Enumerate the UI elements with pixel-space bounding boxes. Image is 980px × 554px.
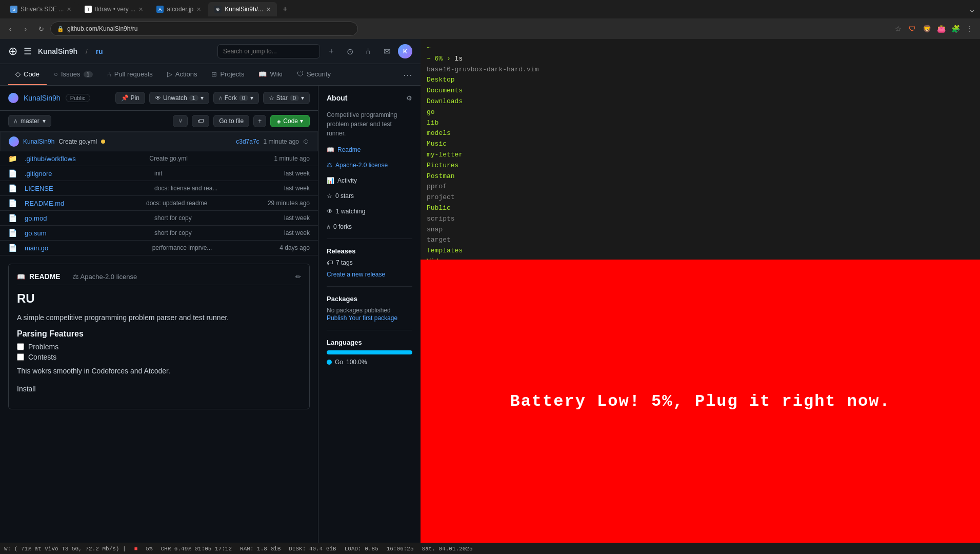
branch-graph-button[interactable]: ⑂ (173, 115, 188, 127)
commit-sha[interactable]: c3d7a7c (236, 138, 259, 145)
history-button[interactable]: ⏲ (303, 138, 309, 145)
repo-nav-more-button[interactable]: ⋯ (403, 69, 412, 81)
new-tab-button[interactable]: + (278, 2, 292, 16)
file-name-readme[interactable]: README.md (25, 200, 142, 207)
readme-title-text: RU (17, 291, 301, 306)
readme-description: A simple competitive programming problem… (17, 312, 301, 323)
settings-icon[interactable]: ⋮ (964, 23, 976, 35)
tab-close-strivers[interactable]: ✕ (67, 6, 71, 13)
gh-search-input[interactable] (217, 44, 320, 58)
file-name-github-workflows[interactable]: .github/workflows (25, 155, 145, 163)
extension-icon[interactable]: 🧩 (949, 23, 962, 35)
file-actions: ⑂ 🏷 Go to file + ◈ Code (173, 115, 310, 127)
about-stars-row: ☆ 0 stars (327, 192, 412, 200)
problems-checkbox[interactable] (17, 343, 24, 350)
about-license-link[interactable]: ⚖ Apache-2.0 license (327, 162, 412, 169)
graph-icon: ⑂ (178, 117, 182, 125)
gh-plus-button[interactable]: + (324, 44, 338, 58)
book-icon: 📖 (17, 273, 25, 281)
repo-nav-projects-label: Projects (220, 70, 244, 78)
contests-label: Contests (28, 353, 56, 361)
tab-menu-button[interactable]: ⌄ (968, 4, 976, 15)
branch-selector[interactable]: ⑃ master ▾ (8, 115, 51, 127)
gh-inbox-button[interactable]: ✉ (379, 44, 394, 58)
commit-message: Create go.yml (58, 138, 97, 145)
license-link-icon: ⚖ (327, 162, 332, 169)
star-button[interactable]: ☆ Star 0 ▾ (263, 92, 310, 104)
repo-nav-wiki[interactable]: 📖 Wiki (251, 64, 290, 85)
address-bar[interactable]: 🔒 github.com/KunalSin9h/ru (50, 22, 358, 36)
tab-close-atcoder[interactable]: ✕ (196, 6, 201, 13)
fork-chevron[interactable]: ▾ (250, 94, 253, 102)
code-chevron-icon: ◈ (277, 118, 281, 124)
forward-button[interactable]: › (19, 23, 32, 35)
gh-issues-button[interactable]: ⊙ (343, 44, 357, 58)
contests-checkbox[interactable] (17, 353, 24, 361)
tab-tldraw[interactable]: T tldraw • very ... ✕ (78, 2, 149, 16)
tab-github[interactable]: ⊕ KunalSin9h/... ✕ (208, 2, 277, 16)
tab-close-tldraw[interactable]: ✕ (138, 6, 143, 13)
github-logo[interactable]: ⊕ (8, 45, 17, 58)
commit-username[interactable]: KunalSin9h (23, 138, 54, 145)
gh-reponame[interactable]: ru (96, 47, 103, 55)
readme-parsing-features: Parsing Features (17, 329, 301, 339)
file-commit-readme: docs: updated readme (146, 200, 264, 207)
repo-owner-label[interactable]: KunalSin9h (24, 94, 61, 102)
goto-file-button[interactable]: Go to file (213, 115, 249, 127)
repo-nav-code[interactable]: ◇ Code (8, 64, 47, 85)
about-settings-icon[interactable]: ⚙ (406, 94, 412, 102)
about-activity-link[interactable]: 📊 Activity (327, 177, 412, 184)
repo-nav-actions[interactable]: ▷ Actions (160, 64, 205, 85)
tab-strivers[interactable]: S Striver's SDE ... ✕ (4, 2, 77, 16)
bookmark-icon[interactable]: ☆ (892, 23, 904, 35)
repo-nav-issues[interactable]: ○ Issues 1 (47, 64, 100, 85)
readme-license-link[interactable]: ⚖ Apache-2.0 license (73, 273, 137, 281)
term-line-desktop: Desktop (427, 75, 974, 86)
language-bar (327, 350, 412, 354)
file-row-gitignore: 📄 .gitignore init last week (0, 166, 318, 181)
gh-pr-button[interactable]: ⑃ (361, 44, 375, 58)
fork-button[interactable]: ⑃ Fork 0 ▾ (213, 92, 259, 104)
tags-button[interactable]: 🏷 (192, 115, 209, 127)
status-ram: RAM: 1.8 GiB (240, 546, 281, 552)
hamburger-icon[interactable]: ☰ (24, 46, 32, 57)
brave-icon[interactable]: 🦁 (921, 23, 933, 35)
pr-icon: ⑃ (107, 70, 111, 78)
file-commit-gosum: short for copy (154, 229, 280, 236)
tab-atcoder[interactable]: A atcoder.jp ✕ (150, 2, 207, 16)
status-time: 16:06:25 (387, 546, 414, 552)
releases-tags[interactable]: 🏷 7 tags (327, 259, 412, 266)
add-file-button[interactable]: + (253, 115, 266, 127)
wallet-icon[interactable]: 👛 (935, 23, 947, 35)
battery-alert-text: Battery Low! 5%, Plug it right now. (510, 392, 890, 411)
file-name-license[interactable]: LICENSE (25, 185, 150, 192)
gh-username[interactable]: KunalSin9h (38, 47, 77, 55)
repo-nav-prs[interactable]: ⑃ Pull requests (100, 64, 160, 85)
about-readme-link[interactable]: 📖 Readme (327, 146, 412, 153)
unwatch-chevron[interactable]: ▾ (201, 94, 204, 102)
term-tilde: ~ (427, 44, 431, 52)
file-name-gosum[interactable]: go.sum (25, 229, 150, 237)
repo-nav-security[interactable]: 🛡 Security (290, 64, 338, 85)
unwatch-button[interactable]: 👁 Unwatch 1 ▾ (149, 92, 209, 104)
readme-edit-button[interactable]: ✏ (295, 273, 301, 281)
gh-avatar[interactable]: K (398, 44, 412, 58)
shield-icon[interactable]: 🛡 (906, 23, 918, 35)
pin-button[interactable]: 📌 Pin (115, 92, 145, 104)
back-button[interactable]: ‹ (4, 23, 16, 35)
tab-favicon-github: ⊕ (214, 6, 222, 13)
code-dropdown-button[interactable]: ◈ Code ▾ (270, 115, 310, 127)
tab-close-github[interactable]: ✕ (266, 6, 271, 13)
eye-icon: 👁 (155, 94, 161, 102)
readme-tab-label[interactable]: README (29, 272, 61, 281)
repo-nav-projects[interactable]: ⊞ Projects (204, 64, 251, 85)
file-name-gitignore[interactable]: .gitignore (25, 170, 150, 177)
star-chevron[interactable]: ▾ (301, 94, 304, 102)
reload-button[interactable]: ↻ (35, 23, 47, 35)
star-icon: ☆ (269, 94, 274, 102)
publish-first-package-link[interactable]: Publish Your first package (327, 314, 397, 322)
file-name-gomod[interactable]: go.mod (25, 214, 150, 222)
create-release-link[interactable]: Create a new release (327, 271, 385, 278)
file-name-maingo[interactable]: main.go (25, 244, 148, 252)
tab-favicon-tldraw: T (85, 6, 92, 13)
